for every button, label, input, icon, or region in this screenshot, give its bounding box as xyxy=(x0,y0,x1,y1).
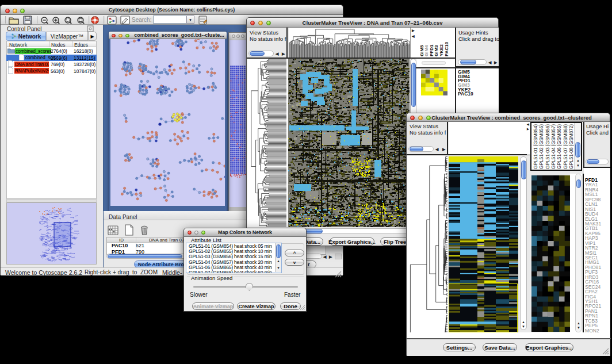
svg-text:GPL51-06 (GSM865): GPL51-06 (GSM865) xyxy=(556,124,562,169)
svg-text:GPL51-07 (GSM868): GPL51-07 (GSM868) xyxy=(563,124,568,169)
svg-text:GPL51-08 (GSM872): GPL51-08 (GSM872) xyxy=(568,124,574,169)
svg-text:GPL51-02 (GSM855): GPL51-02 (GSM855) xyxy=(538,124,544,169)
svg-text:GPL51-04 (GSM857): GPL51-04 (GSM857) xyxy=(550,124,556,169)
svg-text:PAC10: PAC10 xyxy=(444,41,449,56)
svg-text:GPL51-01 (GSM854): GPL51-01 (GSM854) xyxy=(533,124,538,169)
svg-text:GPL51-03 (GSM856): GPL51-03 (GSM856) xyxy=(545,124,550,169)
